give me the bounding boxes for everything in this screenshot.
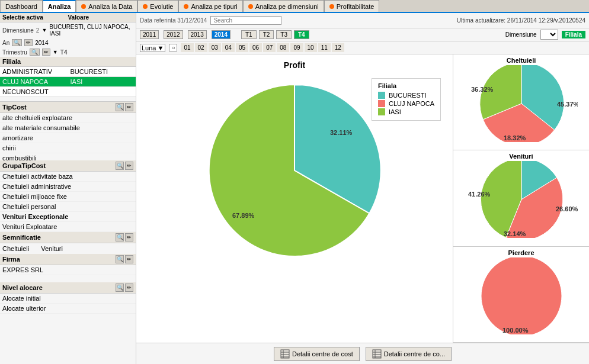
nivel-alocare-list: Alocate initial Alocate ulterior (0, 294, 136, 314)
filiala-row-3[interactable]: NECUNOSCUT (0, 87, 136, 97)
tab-dot (248, 4, 253, 9)
list-item[interactable]: chirii (0, 143, 136, 153)
venituri-pie: 41.26% 26.60% 32.14% (465, 161, 578, 238)
list-item[interactable]: Cheltuieli administrative (0, 182, 136, 192)
grupatipacost-list: Cheltuieli activitate baza Cheltuieli ad… (0, 172, 136, 232)
content-area: Data referinta 31/12/2014 Ultima actuali… (136, 13, 589, 364)
radio-circle[interactable]: ○ (169, 44, 177, 51)
month-02[interactable]: 02 (195, 43, 207, 52)
selectie-activa-label: Selectie activa (2, 14, 68, 21)
nivel-alocare-search-icon[interactable]: 🔍 (116, 284, 124, 292)
month-11[interactable]: 11 (318, 43, 331, 52)
side-chart-cheltuieli: Cheltuieli 36.32% 45.37% 18.32% (453, 54, 589, 150)
tab-evolutie[interactable]: Evolutie (137, 0, 178, 12)
month-03[interactable]: 03 (209, 43, 221, 52)
detalii-centre-cost-btn[interactable]: Detalii centre de cost (274, 347, 360, 361)
an-icon2[interactable]: ✏ (24, 39, 33, 46)
pierdere-circle[interactable] (481, 257, 562, 334)
cheltuieli-label-36: 36.32% (471, 86, 494, 93)
filiala-right-3 (68, 87, 136, 96)
filiala-header: Filiala (0, 57, 136, 67)
tab-analiza-pe-tipuri[interactable]: Analiza pe tipuri (178, 0, 242, 12)
legend-label-iasi: IASI (389, 108, 401, 115)
list-item[interactable]: Cheltuieli activitate baza (0, 172, 136, 182)
tipcost-edit-icon[interactable]: ✏ (125, 103, 133, 111)
month-07[interactable]: 07 (263, 43, 276, 52)
legend-label-bucuresti: BUCURESTI (389, 92, 427, 99)
list-item[interactable]: Cheltuieli personal (0, 202, 136, 212)
month-04[interactable]: 04 (222, 43, 235, 52)
tipcost-search-icon[interactable]: 🔍 (116, 103, 124, 111)
quarter-t2-btn[interactable]: T2 (259, 30, 274, 39)
tab-bar: Dashboard Analiza Analiza la Data Evolut… (0, 0, 589, 13)
month-06[interactable]: 06 (249, 43, 262, 52)
month-09[interactable]: 09 (290, 43, 303, 52)
list-item[interactable]: alte cheltuieli exploatare (0, 113, 136, 123)
down-icon[interactable]: ▼ (41, 27, 47, 33)
semnificatie-edit-icon[interactable]: ✏ (125, 233, 133, 241)
year-2013-btn[interactable]: 2013 (188, 30, 207, 39)
search-input[interactable] (210, 16, 281, 25)
tab-analiza-la-data[interactable]: Analiza la Data (76, 0, 137, 12)
semnificatie-icons: 🔍 ✏ (116, 233, 133, 241)
list-item[interactable]: combustibili (0, 153, 136, 160)
year-2014-btn[interactable]: 2014 (212, 30, 231, 39)
nivel-alocare-edit-icon[interactable]: ✏ (125, 284, 133, 292)
year-2012-btn[interactable]: 2012 (164, 30, 183, 39)
nivel-alocare-item-1[interactable]: Alocate initial (0, 294, 136, 304)
filiala-right-2: IASI (68, 77, 136, 86)
list-item[interactable]: amortizare (0, 133, 136, 143)
side-chart-venituri: Venituri 41.26% 26.60% 32.14% (453, 150, 589, 246)
filiala-row-2[interactable]: CLUJ NAPOCA IASI (0, 77, 136, 87)
year-2011-btn[interactable]: 2011 (140, 30, 159, 39)
month-01[interactable]: 01 (181, 43, 193, 52)
detalii-centre-co-label: Detalii centre de co... (384, 350, 445, 357)
tab-analiza-pe-dimensiuni[interactable]: Analiza pe dimensiuni (243, 0, 324, 12)
quarter-t1-btn[interactable]: T1 (241, 30, 257, 39)
an-icon1[interactable]: 🔍 (12, 39, 22, 46)
month-05[interactable]: 05 (236, 43, 248, 52)
list-item[interactable]: Cheltuieli mijloace fixe (0, 192, 136, 202)
trim-icon2[interactable]: ✏ (42, 49, 50, 56)
list-item[interactable]: Venituri Exploatare (0, 222, 136, 232)
venituri-label-41: 41.26% (468, 191, 491, 198)
tab-dashboard[interactable]: Dashboard (0, 0, 43, 12)
grupatipacost-edit-icon[interactable]: ✏ (125, 162, 133, 170)
pierdere-pie: 100.00% (465, 257, 578, 334)
list-item-venituri-exceptionale[interactable]: Venituri Exceptionale (0, 212, 136, 222)
list-item[interactable]: alte materiale consumabile (0, 123, 136, 133)
month-10[interactable]: 10 (305, 43, 317, 52)
trim-arrow[interactable]: ▼ (53, 49, 58, 55)
nivel-alocare-item-2[interactable]: Alocate ulterior (0, 304, 136, 314)
detalii-centre-co-btn[interactable]: Detalii centre de co... (366, 347, 452, 361)
tab-profitabilitate[interactable]: Profitabilitate (324, 0, 380, 12)
side-chart-pierdere: Pierdere 100.00% (453, 247, 589, 343)
tab-analiza[interactable]: Analiza (43, 0, 76, 12)
firma-search-icon[interactable]: 🔍 (116, 255, 124, 263)
cheltuieli-label-18: 18.32% (504, 134, 526, 141)
legend-title: Filiala (378, 82, 434, 89)
dimensiune-dropdown[interactable] (540, 30, 558, 40)
grupatipacost-label: GrupaTipCost (2, 162, 46, 169)
semnificatie-label: Semnificatie (2, 234, 41, 241)
trim-icon1[interactable]: 🔍 (30, 49, 40, 56)
valoare-label: Valoare (68, 14, 134, 21)
dimensiune-num: 2 (36, 27, 40, 34)
dimensiune-filiala-value: Filiala (562, 31, 585, 38)
month-08[interactable]: 08 (277, 43, 289, 52)
firma-edit-icon[interactable]: ✏ (125, 255, 133, 263)
luna-dropdown[interactable]: Luna ▼ (140, 44, 165, 52)
month-12[interactable]: 12 (332, 43, 344, 52)
filiala-left-2: CLUJ NAPOCA (0, 77, 68, 86)
semnificatie-search-icon[interactable]: 🔍 (116, 233, 124, 241)
filiala-row-1[interactable]: ADMINISTRATIV BUCURESTI (0, 67, 136, 77)
detalii-centre-cost-label: Detalii centre de cost (292, 350, 353, 357)
months-group: 01 02 03 04 05 06 07 08 09 10 11 12 (181, 43, 344, 52)
quarter-t3-btn[interactable]: T3 (276, 30, 292, 39)
quarter-t4-btn[interactable]: T4 (294, 30, 309, 39)
tab-dot (143, 4, 148, 9)
firma-item[interactable]: EXPRES SRL (0, 265, 136, 275)
firma-list: EXPRES SRL (0, 265, 136, 282)
quarters-group: T1 T2 T3 T4 (241, 30, 309, 39)
grupatipacost-search-icon[interactable]: 🔍 (116, 162, 124, 170)
